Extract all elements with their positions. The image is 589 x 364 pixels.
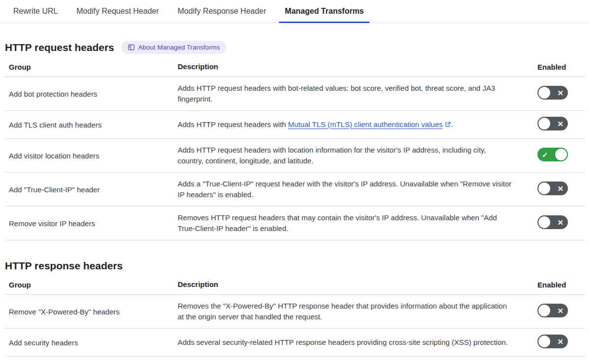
description-cell: Adds HTTP request headers with Mutual TL… xyxy=(178,113,533,136)
toggle-knob xyxy=(555,149,567,160)
description-cell: Removes HTTP request headers that may co… xyxy=(178,207,533,240)
badge-label: About Managed Transforms xyxy=(138,44,220,51)
tab-bar: Rewrite URL Modify Request Header Modify… xyxy=(0,0,589,23)
external-link-icon xyxy=(445,121,451,129)
tab-modify-response-header[interactable]: Modify Response Header xyxy=(178,0,267,23)
toggle-add-tls-client-auth-headers[interactable]: ✕ xyxy=(537,117,568,130)
table-row: Add "True-Client-IP" header Adds a "True… xyxy=(5,173,585,207)
description-cell: Adds several security-related HTTP respo… xyxy=(178,331,533,354)
column-header-description: Description xyxy=(178,61,533,72)
group-cell: Add visitor location headers xyxy=(5,146,178,166)
table-row: Add security headers Adds several securi… xyxy=(5,329,585,357)
table-row: Add visitor location headers Adds HTTP r… xyxy=(5,139,585,173)
response-headers-table: Group Description Enabled Remove "X-Powe… xyxy=(5,276,585,357)
table-header-row: Group Description Enabled xyxy=(5,58,585,77)
column-header-enabled: Enabled xyxy=(533,63,585,71)
group-cell: Remove "X-Powered-By" headers xyxy=(5,302,178,322)
toggle-add-visitor-location-headers[interactable]: ✓ xyxy=(537,148,568,161)
description-text: . xyxy=(451,120,453,129)
group-cell: Add bot protection headers xyxy=(5,84,178,104)
description-cell: Adds HTTP request headers with bot-relat… xyxy=(178,77,533,110)
toggle-state-icon: ✕ xyxy=(557,219,563,226)
description-cell: Adds a "True-Client-IP" request header w… xyxy=(178,173,533,206)
toggle-knob xyxy=(538,336,550,347)
toggle-state-icon: ✕ xyxy=(557,185,563,192)
tab-managed-transforms[interactable]: Managed Transforms xyxy=(285,0,364,23)
toggle-knob xyxy=(538,118,550,130)
column-header-enabled: Enabled xyxy=(533,281,585,289)
request-headers-table: Group Description Enabled Add bot protec… xyxy=(5,58,585,240)
table-row: Add bot protection headers Adds HTTP req… xyxy=(5,77,585,111)
toggle-knob xyxy=(538,87,550,99)
toggle-state-icon: ✕ xyxy=(557,338,563,345)
toggle-add-true-client-ip-header[interactable]: ✕ xyxy=(537,182,568,195)
toggle-remove-visitor-ip-headers[interactable]: ✕ xyxy=(537,215,568,229)
table-row: Remove visitor IP headers Removes HTTP r… xyxy=(5,207,585,240)
group-cell: Remove visitor IP headers xyxy=(5,213,178,234)
toggle-state-icon: ✕ xyxy=(557,89,563,97)
group-cell: Add TLS client auth headers xyxy=(5,115,178,135)
toggle-knob xyxy=(538,305,550,316)
column-header-description: Description xyxy=(178,279,533,290)
description-cell: Adds HTTP request headers with location … xyxy=(178,139,533,172)
column-header-group: Group xyxy=(5,281,178,289)
response-section-title: HTTP response headers xyxy=(5,260,123,272)
toggle-add-bot-protection-headers[interactable]: ✕ xyxy=(537,86,568,100)
table-header-row: Group Description Enabled xyxy=(5,276,585,295)
response-headers-section: HTTP response headers Group Description … xyxy=(0,260,589,357)
table-row: Remove "X-Powered-By" headers Removes th… xyxy=(5,295,585,329)
description-text: Adds HTTP request headers with xyxy=(178,120,288,129)
toggle-knob xyxy=(538,182,550,194)
tab-rewrite-url[interactable]: Rewrite URL xyxy=(13,0,58,23)
tab-modify-request-header[interactable]: Modify Request Header xyxy=(77,0,159,23)
group-cell: Add "True-Client-IP" header xyxy=(5,180,178,200)
toggle-state-icon: ✓ xyxy=(542,151,548,158)
toggle-state-icon: ✕ xyxy=(557,120,563,128)
about-managed-transforms-link[interactable]: About Managed Transforms xyxy=(121,41,227,54)
request-section-title: HTTP request headers xyxy=(5,42,114,53)
book-icon xyxy=(128,44,135,51)
toggle-state-icon: ✕ xyxy=(557,307,563,314)
toggle-remove-x-powered-by-headers[interactable]: ✕ xyxy=(537,304,568,317)
request-headers-section: HTTP request headers About Managed Trans… xyxy=(0,41,589,240)
description-cell: Removes the "X-Powered-By" HTTP response… xyxy=(178,295,533,328)
toggle-knob xyxy=(538,216,550,228)
group-cell: Add security headers xyxy=(5,333,178,353)
column-header-group: Group xyxy=(5,63,178,71)
mtls-documentation-link[interactable]: Mutual TLS (mTLS) client authentication … xyxy=(288,120,451,129)
toggle-add-security-headers[interactable]: ✕ xyxy=(537,335,568,348)
table-row: Add TLS client auth headers Adds HTTP re… xyxy=(5,111,585,139)
